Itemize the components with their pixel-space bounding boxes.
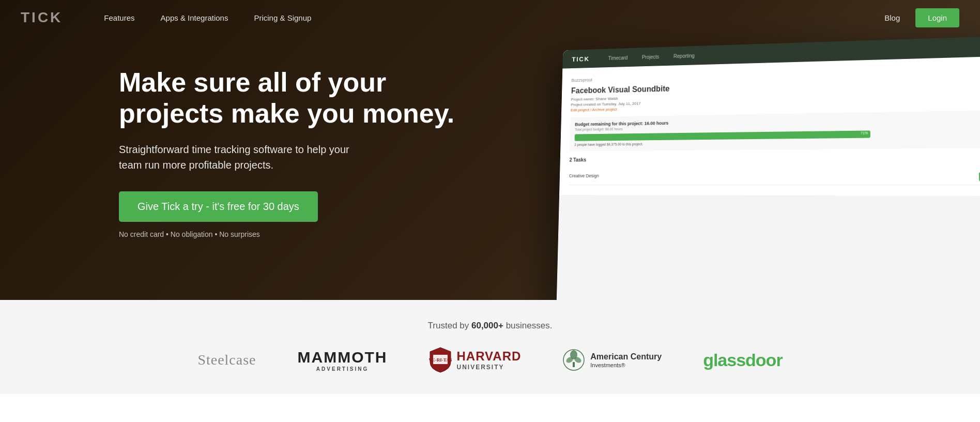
- hero-disclaimer: No credit card • No obligation • No surp…: [119, 230, 481, 238]
- logo-steelcase: Steelcase: [197, 352, 256, 368]
- hero-content: Make sure all of your projects make you …: [119, 67, 481, 238]
- hero-headline: Make sure all of your projects make you …: [119, 67, 481, 129]
- american-label: American Century: [590, 352, 662, 361]
- american-century-icon: [562, 349, 585, 371]
- steelcase-label: Steelcase: [197, 352, 256, 368]
- logo-american: American Century Investments®: [562, 349, 662, 371]
- nav-blog[interactable]: Blog: [884, 13, 900, 22]
- site-logo: TICK: [21, 9, 63, 26]
- harvard-shield-icon: VE-RI-TAS: [429, 346, 452, 373]
- nav-apps[interactable]: Apps & Integrations: [161, 13, 228, 22]
- trusted-suffix: businesses.: [503, 321, 553, 330]
- laptop-progress-label: 71%: [861, 131, 868, 135]
- trusted-count: 60,000+: [471, 321, 503, 330]
- laptop-mockup: TICK Timecard Projects Reporting Buzzspr…: [556, 36, 980, 300]
- nav-right: Blog Login: [884, 8, 959, 27]
- trusted-prefix: Trusted by: [428, 321, 471, 330]
- laptop-task-name: Creative Design: [569, 173, 599, 178]
- logo-mammoth: MAMMOTH ADVERTISING: [298, 349, 388, 372]
- hero-subheadline: Straightforward time tracking software t…: [119, 142, 367, 173]
- laptop-nav-projects: Projects: [642, 54, 660, 59]
- nav-features[interactable]: Features: [104, 13, 134, 22]
- laptop-task-row: Creative Design ADD TASK: [569, 164, 980, 185]
- laptop-budget-section: Budget remaining for this project: 16.00…: [570, 110, 980, 152]
- logos-row: Steelcase MAMMOTH ADVERTISING VE-RI-TAS …: [197, 346, 782, 373]
- glassdoor-label: glassdoor: [703, 350, 782, 370]
- laptop-tasks-header: 2 Tasks: [570, 154, 980, 162]
- laptop-progress-bar: 71%: [575, 130, 871, 141]
- login-button[interactable]: Login: [915, 8, 959, 27]
- hero-section: TICK Timecard Projects Reporting Buzzspr…: [0, 0, 980, 300]
- laptop-nav: Timecard Projects Reporting: [608, 53, 695, 61]
- mammoth-label: MAMMOTH: [298, 349, 388, 366]
- main-nav: TICK Features Apps & Integrations Pricin…: [0, 0, 980, 35]
- mammoth-sub: ADVERTISING: [316, 366, 369, 372]
- svg-text:VE-RI-TAS: VE-RI-TAS: [429, 357, 452, 363]
- nav-links: Features Apps & Integrations Pricing & S…: [104, 13, 884, 22]
- svg-rect-6: [573, 362, 575, 367]
- american-text: American Century Investments®: [590, 352, 662, 368]
- laptop-logo: TICK: [572, 55, 590, 63]
- harvard-sub: UNIVERSITY: [457, 364, 522, 371]
- logo-glassdoor: glassdoor: [703, 350, 782, 370]
- logo-harvard: VE-RI-TAS HARVARD UNIVERSITY: [429, 346, 522, 373]
- nav-pricing[interactable]: Pricing & Signup: [254, 13, 311, 22]
- harvard-label: HARVARD: [457, 349, 522, 364]
- american-sub: Investments®: [590, 362, 662, 368]
- laptop-nav-reporting: Reporting: [673, 53, 695, 59]
- harvard-text: HARVARD UNIVERSITY: [457, 349, 522, 371]
- hero-cta-button[interactable]: Give Tick a try - it's free for 30 days: [119, 191, 318, 222]
- trusted-text: Trusted by 60,000+ businesses.: [428, 321, 553, 331]
- laptop-nav-timecard: Timecard: [608, 55, 628, 61]
- trusted-section: Trusted by 60,000+ businesses. Steelcase…: [0, 300, 980, 394]
